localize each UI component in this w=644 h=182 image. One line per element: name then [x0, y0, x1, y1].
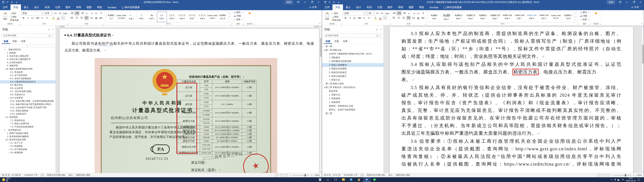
collapse-ribbon-icon[interactable]: ∧ — [641, 22, 642, 25]
borders-button[interactable]: ⊞▾ — [421, 16, 425, 20]
select-button[interactable]: ▻选择▾ — [234, 18, 243, 21]
scroll-down-arrow[interactable]: ▼ — [642, 171, 644, 172]
style-item-标题 4[interactable]: 1.1.标题 4 — [157, 12, 167, 22]
nav-tab-页面[interactable]: 页面 — [10, 39, 19, 44]
expand-closed-icon[interactable]: ▷ — [8, 77, 10, 80]
show-marks-button[interactable]: ¶ — [421, 11, 425, 15]
scroll-up-arrow[interactable]: ▲ — [320, 26, 322, 27]
nav-item[interactable]: 1. 投标函 — [0, 51, 56, 55]
replace-button[interactable]: ab替换 — [234, 15, 243, 18]
tab-Acrobat[interactable]: Acrobat — [105, 5, 119, 10]
nav-item[interactable]: 2. 评标标准 — [322, 97, 384, 100]
expand-open-icon[interactable]: ◢ — [323, 48, 326, 52]
nav-item[interactable]: 3. 投标人资格要求 — [322, 63, 384, 67]
superscript-button[interactable]: x² — [45, 16, 49, 20]
dialog-launcher-icon[interactable] — [589, 24, 590, 25]
tab-设计[interactable]: 设计 — [354, 5, 364, 10]
decrease-indent-button[interactable]: ⇤ — [407, 11, 411, 15]
bold-button[interactable]: B — [22, 16, 25, 20]
style-item-标题 7[interactable]: AaBbCcDd标题 7 — [513, 12, 526, 22]
change-case-button[interactable]: Aa▾ — [63, 11, 67, 15]
redo-icon[interactable]: ↻ — [333, 1, 335, 4]
sort-button[interactable]: A↓ — [94, 11, 98, 15]
signin-button[interactable]: 登录 — [607, 0, 615, 4]
style-item-标题 2[interactable]: 1.标题 2 — [136, 12, 147, 22]
nav-item[interactable]: 二、 技术投标文件 — [0, 128, 56, 132]
tab-邮件[interactable]: 邮件 — [63, 5, 73, 10]
style-item-标题 3[interactable]: AaBbCcI标题 3 — [465, 12, 477, 22]
style-item-标题 9[interactable]: AaBbCcDdEe标题 9 — [208, 12, 218, 22]
style-item-列出段落[interactable]: AaBbCcDdE列出段落 — [116, 12, 126, 22]
bullet-list-button[interactable]: • — [392, 11, 396, 15]
style-item-标题[interactable]: AaBbC标题 — [428, 12, 440, 22]
expand-closed-icon[interactable]: ▷ — [8, 96, 10, 100]
style-item-标题 1[interactable]: 一、标题 1 — [126, 12, 136, 22]
style-item-标题 9[interactable]: AaBbCcDd标题 9 — [538, 12, 550, 22]
style-item-标题 7[interactable]: 1.1.1.1.标题 7 — [187, 12, 198, 22]
close-icon[interactable]: × — [52, 28, 54, 31]
dialog-launcher-icon[interactable] — [389, 24, 390, 25]
nav-item[interactable]: 附表四：评标情况汇总表 — [322, 104, 384, 108]
style-item-标题 5[interactable]: AaBbCcD标题 5 — [489, 12, 501, 22]
page-indicator[interactable]: 第 8 页，共 67 页 — [324, 174, 340, 176]
chevron-down-icon[interactable]: ∨ — [376, 28, 378, 31]
tab-引用[interactable]: 引用 — [52, 5, 63, 10]
nav-item[interactable]: 5. 资格声明 — [0, 64, 56, 67]
document-canvas[interactable]: 3.3 投标人应为本包产品的制造商，需提供制造商的生产设备、检测设备的台账、图片… — [384, 25, 642, 173]
zoom-out-button[interactable]: − — [611, 174, 612, 176]
align-center-button[interactable] — [397, 16, 401, 20]
zoom-in-button[interactable]: + — [633, 174, 634, 176]
align-center-button[interactable] — [75, 16, 79, 20]
select-button[interactable]: ▻选择▾ — [580, 18, 589, 21]
accessibility-status[interactable]: 辅助功能: 调查 — [76, 174, 90, 176]
style-item-标题 6[interactable]: AaBbCcDd标题 6 — [501, 12, 513, 22]
italic-button[interactable]: I — [26, 16, 30, 20]
minimize-button[interactable] — [302, 0, 308, 5]
tab-插入[interactable]: 插入 — [21, 5, 32, 10]
nav-item[interactable]: 6.4. 计量器具型式批准证书 — [0, 80, 56, 83]
taskbar-file-explorer[interactable] — [340, 177, 347, 182]
styles-gallery-scroll[interactable]: ▴▾▿ — [574, 12, 577, 22]
scroll-up-arrow[interactable]: ▲ — [642, 26, 644, 27]
zoom-slider-thumb[interactable] — [625, 174, 626, 176]
taskbar-search-button[interactable] — [324, 177, 332, 182]
network-icon[interactable] — [618, 179, 620, 181]
nav-item[interactable]: 第一卷 — [322, 45, 384, 48]
nav-item[interactable]: ◢第三章 评标办法（综合评估法） — [322, 86, 384, 89]
save-icon[interactable] — [324, 1, 326, 3]
dialog-launcher-icon[interactable] — [67, 24, 68, 25]
nav-item[interactable]: 1. 评标方法 — [322, 93, 384, 97]
copy-button[interactable]: 复制 — [10, 16, 18, 18]
tab-帮助[interactable]: 帮助 — [94, 5, 105, 10]
web-layout-view-icon[interactable] — [607, 174, 609, 176]
sort-button[interactable]: A↓ — [416, 11, 420, 15]
increase-indent-button[interactable]: ⇥ — [412, 11, 416, 15]
font-color-button[interactable]: A — [56, 16, 60, 20]
styles-gallery-scroll[interactable]: ▴▾▿ — [228, 12, 231, 22]
decrease-indent-button[interactable]: ⇤ — [85, 11, 89, 15]
insert-mode-indicator[interactable]: 插入 — [69, 174, 73, 176]
nav-item[interactable]: 6.11. 未被中国石油天然气集团有限公司和辽... — [0, 103, 56, 106]
grow-font-button[interactable]: A˄ — [54, 11, 58, 15]
nav-tab-结果[interactable]: 结果 — [19, 39, 28, 44]
nav-item[interactable]: 5. 投标文件的递交 — [322, 71, 384, 74]
minimize-button[interactable] — [624, 0, 630, 5]
tab-设计[interactable]: 设计 — [32, 5, 42, 10]
web-layout-view-icon[interactable] — [285, 174, 287, 176]
font-size-select[interactable]: 三号▾ — [366, 11, 375, 16]
font-name-select[interactable]: 仿宋▾ — [344, 11, 365, 16]
nav-item[interactable]: 6.12. 企业名称中不包含“辽河油田”字样 — [0, 106, 56, 109]
superscript-button[interactable]: x² — [367, 16, 371, 20]
nav-item[interactable]: ◢第一章 招标公告 — [322, 48, 384, 52]
close-button[interactable]: × — [315, 0, 322, 5]
tab-开始[interactable]: 开始 — [332, 5, 343, 10]
shrink-font-button[interactable]: A˅ — [380, 11, 384, 15]
nav-item[interactable]: 2. 技术条款响应/偏离表 — [0, 135, 56, 138]
tab-开始[interactable]: 开始 — [10, 5, 21, 10]
dialog-launcher-icon[interactable] — [253, 24, 254, 25]
expand-open-icon[interactable]: ◢ — [5, 116, 7, 119]
nav-item[interactable]: 7. 联系方式 — [322, 78, 384, 82]
nav-item[interactable]: 6.1. 营业执照 — [0, 71, 56, 74]
zoom-slider[interactable] — [614, 175, 631, 175]
nav-item[interactable]: 6.2. 生产经营资质 — [0, 74, 56, 77]
